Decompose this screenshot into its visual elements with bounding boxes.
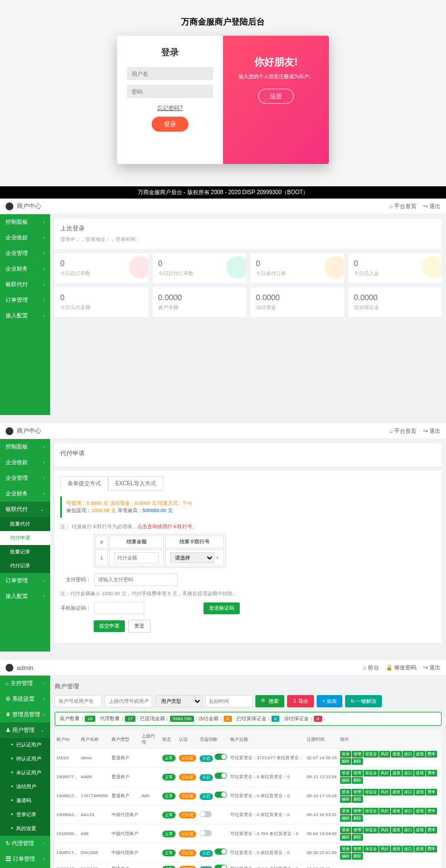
op-button[interactable]: 风控 [379,770,390,777]
op-button[interactable]: 登录 [340,789,351,795]
op-button[interactable]: 费率 [426,770,437,777]
search-button[interactable]: 🔍 搜索 [255,695,284,707]
sidebar-item[interactable]: 企业管理‹ [0,245,50,261]
op-button[interactable]: 删除 [352,834,363,841]
search-button[interactable]: + 添加 [317,695,342,707]
op-button[interactable]: 保证金 [363,846,379,852]
op-button[interactable]: 提现 [414,751,425,758]
op-button[interactable]: 通道 [391,808,402,814]
sidebar-subitem[interactable]: 批量代付 [0,517,50,531]
op-button[interactable]: 删除 [352,815,363,822]
op-button[interactable]: 保证金 [363,770,379,777]
op-button[interactable]: 登录 [340,751,351,758]
op-button[interactable]: 提现 [414,846,425,852]
sidebar-subitem[interactable]: 代付申请 [0,531,50,545]
op-button[interactable]: 提现 [414,827,425,833]
sidebar-item[interactable]: ↻ 代理管理‹ [0,836,50,851]
forgot-password-link[interactable]: 忘记密码? [127,104,213,112]
op-button[interactable]: 删除 [352,796,363,803]
op-button[interactable]: 风控 [379,827,390,833]
login-button[interactable]: 登录 [152,117,188,132]
username-input[interactable] [127,67,213,80]
pay-password-input[interactable] [94,573,178,586]
op-button[interactable]: 保证金 [363,751,379,758]
sidebar-item[interactable]: 企业收款‹ [0,455,50,470]
sidebar-item[interactable]: 控制面板‹ [0,439,50,455]
op-button[interactable]: 保证金 [363,827,379,833]
send-code-button[interactable]: 发送验证码 [203,602,240,614]
sidebar-item[interactable]: 控制面板‹ [0,214,50,230]
password-input[interactable] [127,85,213,98]
toggle[interactable] [215,773,227,779]
sidebar-item[interactable]: ☰ 订单管理‹ [0,851,50,867]
search-input[interactable] [105,695,152,707]
op-button[interactable]: 接口 [403,751,414,758]
op-button[interactable]: 管理 [352,751,363,758]
sidebar-item[interactable]: 企业收款‹ [0,230,50,245]
search-input[interactable]: 用户类型 [155,695,202,707]
sidebar-subitem[interactable]: ⚬ 登录记录 [0,808,50,822]
bank-lookup-link[interactable]: 点击查询或填行卡联行号。 [137,524,197,529]
toggle[interactable] [200,811,212,817]
sidebar-item[interactable]: 企业管理‹ [0,470,50,486]
search-button[interactable]: ⇩ 导出 [287,695,314,707]
sidebar-item[interactable]: 银联代付⌄ [0,501,50,517]
search-button[interactable]: ↻ 一键解冻 [345,695,382,707]
sidebar-item[interactable]: 企业财务‹ [0,261,50,277]
op-button[interactable]: 删除 [352,758,363,765]
op-button[interactable]: 费率 [426,808,437,814]
toggle[interactable] [215,754,227,760]
amount-input[interactable] [114,552,159,563]
sidebar-item[interactable]: ♛ 管理员管理‹ [0,707,50,722]
op-button[interactable]: 删除 [352,853,363,860]
op-button[interactable]: 提现 [414,789,425,795]
op-button[interactable]: 风控 [379,808,390,814]
op-button[interactable]: 费率 [426,827,437,833]
reset-button[interactable]: 重置 [128,620,151,633]
sidebar-subitem[interactable]: 代付记录 [0,559,50,573]
op-button[interactable]: 登录 [340,827,351,833]
op-button[interactable]: 管理 [352,827,363,833]
op-button[interactable]: 删除 [352,777,363,784]
op-button[interactable]: 管理 [352,770,363,777]
op-button[interactable]: 编辑 [340,853,351,860]
op-button[interactable]: 接口 [403,770,414,777]
sidebar-subitem[interactable]: ⚬ 待认证用户 [0,752,50,766]
home-link[interactable]: ⌂ 平台首页 [389,427,416,435]
op-button[interactable]: 接口 [403,789,414,795]
op-button[interactable]: 风控 [379,751,390,758]
search-input[interactable] [55,695,102,707]
op-button[interactable]: 编辑 [340,796,351,803]
op-button[interactable]: 通道 [391,770,402,777]
op-button[interactable]: 编辑 [340,777,351,784]
toggle[interactable] [215,848,227,855]
home-link[interactable]: ⌂ 平台首页 [389,202,416,210]
sidebar-item[interactable]: ♟ 用户管理⌄ [0,722,50,738]
op-button[interactable]: 管理 [352,846,363,852]
op-button[interactable]: 保证金 [363,808,379,814]
op-button[interactable]: 接口 [403,827,414,833]
sidebar-subitem[interactable]: 批量记录 [0,545,50,559]
op-button[interactable]: 提现 [414,808,425,814]
op-button[interactable]: 编辑 [340,815,351,822]
op-button[interactable]: 编辑 [340,758,351,765]
sidebar-item[interactable]: 订单管理‹ [0,573,50,589]
register-button[interactable]: 注册 [258,89,294,104]
sidebar-item[interactable]: 银联代付‹ [0,277,50,292]
submit-button[interactable]: 提交申请 [94,620,125,632]
op-button[interactable]: 保证金 [363,789,379,795]
logout-link[interactable]: ↪ 退出 [423,427,440,435]
sidebar-item[interactable]: 订单管理‹ [0,292,50,308]
op-button[interactable]: 通道 [391,846,402,852]
frontend-link[interactable]: ⌂ 前台 [363,664,379,672]
op-button[interactable]: 编辑 [340,834,351,841]
toggle[interactable] [200,830,212,836]
toggle[interactable] [215,865,227,868]
op-button[interactable]: 费率 [426,789,437,795]
logout-link[interactable]: ↪ 退出 [423,202,440,210]
toggle[interactable] [215,792,227,798]
sidebar-item[interactable]: 企业财务‹ [0,486,50,501]
op-button[interactable]: 管理 [352,808,363,814]
op-button[interactable]: 通道 [391,789,402,795]
sidebar-item[interactable]: ⌂ 主控管理‹ [0,676,50,691]
